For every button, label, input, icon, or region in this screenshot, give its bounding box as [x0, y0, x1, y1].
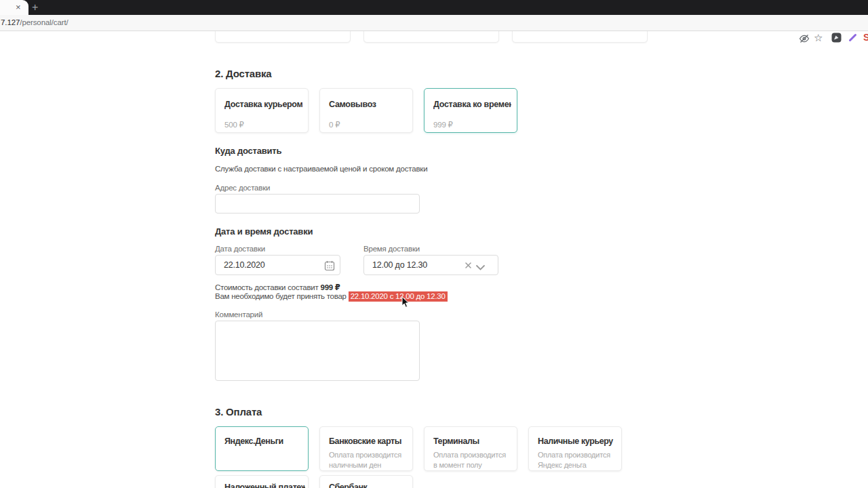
- payment-option-title: Банковские карты: [329, 436, 410, 446]
- date-input[interactable]: 22.10.2020: [215, 255, 340, 275]
- address-input[interactable]: [215, 194, 420, 214]
- delivery-option-price: 500 ₽: [224, 120, 244, 129]
- payment-option-terminals[interactable]: Терминалы Оплата производится в момент п…: [424, 426, 517, 471]
- date-label: Дата доставки: [215, 245, 265, 253]
- comment-label: Комментарий: [215, 310, 262, 319]
- date-time-heading: Дата и время доставки: [215, 226, 313, 237]
- payment-option-cash-on-delivery[interactable]: Наложенный платеж: [215, 475, 309, 488]
- comment-textarea[interactable]: [215, 321, 420, 381]
- payment-option-title: Наличные курьеру: [538, 436, 618, 446]
- payment-option-cash-courier[interactable]: Наличные курьеру Оплата производится Янд…: [528, 426, 622, 471]
- delivery-option-price: 999 ₽: [433, 120, 453, 129]
- payment-option-subtitle: Оплата производится наличными ден: [329, 450, 406, 470]
- browser-address-bar[interactable]: 7.127/personal/cart/ ☆ S: [0, 15, 868, 31]
- cost-prefix: Стоимость доставки составит: [215, 283, 319, 291]
- payment-option-title: Сбербанк: [329, 483, 410, 488]
- delivery-cost-line: Стоимость доставки составит 999 ₽: [215, 283, 340, 292]
- address-label: Адрес доставки: [215, 184, 270, 192]
- accept-highlighted-datetime: 22.10.2020 с 12.00 до 12.30: [349, 291, 448, 302]
- cost-value: 999 ₽: [320, 283, 340, 291]
- browser-tab-bar: × +: [0, 0, 868, 15]
- url-path: /personal/cart/: [20, 18, 68, 26]
- delivery-option-timed[interactable]: Доставка ко времени 999 ₽: [424, 88, 517, 133]
- delivery-option-title: Доставка курьером: [224, 100, 302, 109]
- active-tab[interactable]: ×: [0, 0, 28, 15]
- url-text[interactable]: 7.127/personal/cart/: [1, 18, 68, 28]
- payment-section-heading: 3. Оплата: [215, 406, 262, 418]
- time-select[interactable]: 12.00 до 12.30: [363, 255, 498, 275]
- where-to-deliver-heading: Куда доставить: [215, 146, 281, 156]
- tab-close-icon[interactable]: ×: [16, 2, 21, 13]
- reading-mode-eye-icon[interactable]: [799, 33, 810, 44]
- date-value: 22.10.2020: [224, 260, 265, 270]
- payment-option-subtitle: Оплата производится Яндекс деньга: [538, 450, 614, 470]
- time-label: Время доставки: [363, 245, 420, 253]
- delivery-option-price: 0 ₽: [329, 120, 340, 129]
- payment-option-subtitle: Оплата производится в момент полу: [433, 450, 510, 470]
- delivery-option-pickup[interactable]: Самовывоз 0 ₽: [319, 88, 413, 133]
- payment-option-yandex-money[interactable]: Яндекс.Деньги: [215, 426, 309, 471]
- time-value: 12.00 до 12.30: [372, 260, 427, 270]
- payment-option-sberbank[interactable]: Сбербанк: [319, 475, 413, 488]
- bookmark-star-icon[interactable]: ☆: [814, 32, 823, 44]
- delivery-option-title: Самовывоз: [329, 100, 407, 109]
- delivery-option-courier[interactable]: Доставка курьером 500 ₽: [215, 88, 309, 133]
- url-domain: 7.127: [1, 18, 20, 26]
- chevron-down-icon[interactable]: [475, 262, 486, 274]
- clear-icon[interactable]: [464, 260, 473, 272]
- calendar-icon[interactable]: [324, 260, 335, 274]
- payment-option-bank-cards[interactable]: Банковские карты Оплата производится нал…: [319, 426, 413, 471]
- accept-prefix: Вам необходимо будет принять товар: [215, 292, 347, 300]
- accept-goods-line: Вам необходимо будет принять товар 22.10…: [215, 292, 448, 300]
- delivery-service-note: Служба доставки с настраиваемой ценой и …: [215, 165, 427, 173]
- profile-extension-icon[interactable]: S: [863, 32, 868, 43]
- payment-option-title: Терминалы: [433, 436, 514, 446]
- pen-extension-icon[interactable]: [848, 33, 859, 43]
- payment-option-title: Наложенный платеж: [224, 483, 305, 488]
- delivery-option-title: Доставка ко времени: [433, 100, 511, 109]
- new-tab-icon[interactable]: +: [32, 1, 38, 14]
- extension-icon[interactable]: [831, 33, 842, 43]
- delivery-section-heading: 2. Доставка: [215, 68, 271, 79]
- payment-option-title: Яндекс.Деньги: [224, 436, 305, 446]
